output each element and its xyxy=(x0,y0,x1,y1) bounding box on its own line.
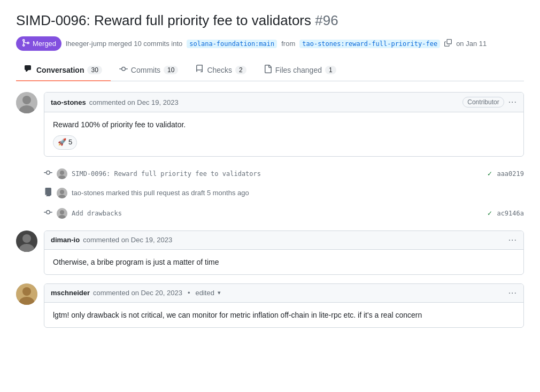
merged-badge: Merged xyxy=(16,36,61,51)
commit-sha-2[interactable]: ac9146a xyxy=(497,210,524,217)
merged-badge-label: Merged xyxy=(33,40,56,48)
commit-text-2[interactable]: Add drawbacks xyxy=(72,210,122,217)
title-text: SIMD-0096: Reward full priority fee to v… xyxy=(16,12,311,28)
commit-row-2: Add drawbacks ✓ ac9146a xyxy=(16,205,524,222)
comment-text-3: lgtm! only drawback is not critical, we … xyxy=(53,309,515,321)
more-options-btn-2[interactable]: ··· xyxy=(508,235,517,245)
page-title: SIMD-0096: Reward full priority fee to v… xyxy=(16,11,524,30)
comment-text-2: Otherwise, a bribe program is just a mat… xyxy=(53,256,515,268)
issue-number: #96 xyxy=(315,12,338,28)
comment-action-2: commented on Dec 19, 2023 xyxy=(83,236,172,244)
comment-header-1: tao-stones commented on Dec 19, 2023 Con… xyxy=(44,93,523,112)
comment-header-3: mschneider commented on Dec 20, 2023 • e… xyxy=(44,284,523,303)
commits-count: 10 xyxy=(164,66,178,74)
avatar-diman-io xyxy=(16,230,37,252)
conversation-count: 30 xyxy=(87,66,102,74)
content-area: tao-stones commented on Dec 19, 2023 Con… xyxy=(16,81,524,328)
merge-info: Merged lheeger-jump merged 10 commits in… xyxy=(16,36,524,51)
tab-files[interactable]: Files changed 1 xyxy=(255,59,345,81)
comment-item-1: tao-stones commented on Dec 19, 2023 Con… xyxy=(16,92,524,156)
tabs: Conversation 30 Commits 10 Checks 2 File… xyxy=(16,59,524,81)
merge-description: lheeger-jump merged 10 commits into xyxy=(66,40,182,48)
commit-text-1[interactable]: SIMD-0096: Reward full priority fee to v… xyxy=(72,170,261,178)
commits-icon xyxy=(119,65,128,75)
draft-event-text: tao-stones marked this pull request as d… xyxy=(72,189,249,197)
tab-commits[interactable]: Commits 10 xyxy=(111,59,187,81)
edited-label: edited xyxy=(195,289,214,297)
comment-body-3: lgtm! only drawback is not critical, we … xyxy=(44,303,523,327)
commit-check-2: ✓ xyxy=(487,210,492,217)
svg-point-7 xyxy=(60,190,64,194)
target-branch[interactable]: solana-foundation:main xyxy=(187,40,277,48)
files-count: 1 xyxy=(325,66,336,74)
avatar-draft-event xyxy=(57,188,67,198)
checks-count: 2 xyxy=(235,66,246,74)
svg-point-16 xyxy=(22,287,31,296)
comment-action-1: commented on Dec 19, 2023 xyxy=(89,98,179,106)
contributor-badge: Contributor xyxy=(462,97,504,107)
checks-label: Checks xyxy=(207,66,232,74)
source-branch[interactable]: tao-stones:reward-full-priority-fee xyxy=(299,40,440,48)
comment-body-2: Otherwise, a bribe program is just a mat… xyxy=(44,250,523,274)
svg-point-10 xyxy=(60,210,64,214)
username-diman-io[interactable]: diman-io xyxy=(51,236,80,244)
svg-point-13 xyxy=(22,234,31,243)
comment-action-3: commented on Dec 20, 2023 xyxy=(93,289,182,297)
svg-point-1 xyxy=(22,96,31,104)
files-icon xyxy=(264,65,272,75)
avatar-commit-2 xyxy=(57,208,67,219)
draft-event: tao-stones marked this pull request as d… xyxy=(16,185,524,205)
edited-dropdown-icon[interactable]: ▾ xyxy=(218,289,221,296)
conversation-icon xyxy=(25,65,33,75)
comment-header-right-3: ··· xyxy=(508,288,517,298)
reaction-1[interactable]: 🚀 5 xyxy=(53,135,77,150)
comment-item-2: diman-io commented on Dec 19, 2023 ··· O… xyxy=(16,230,524,275)
comment-box-2: diman-io commented on Dec 19, 2023 ··· O… xyxy=(44,230,524,275)
comment-header-right-1: Contributor ··· xyxy=(462,97,517,107)
comment-body-1: Reward 100% of priority fee to validator… xyxy=(44,112,523,156)
files-label: Files changed xyxy=(275,66,322,74)
commit-check-1: ✓ xyxy=(487,170,492,178)
commit-branch-icon-2 xyxy=(44,208,52,218)
comment-box-1: tao-stones commented on Dec 19, 2023 Con… xyxy=(44,92,524,156)
avatar-tao-stones xyxy=(16,92,37,113)
commit-row-1: SIMD-0096: Reward full priority fee to v… xyxy=(16,165,524,182)
svg-point-4 xyxy=(60,171,64,175)
commit-branch-icon-1 xyxy=(44,168,52,179)
comment-header-left-2: diman-io commented on Dec 19, 2023 xyxy=(51,236,172,244)
username-tao-stones[interactable]: tao-stones xyxy=(51,98,86,106)
comment-box-3: mschneider commented on Dec 20, 2023 • e… xyxy=(44,283,524,328)
comment-header-left-1: tao-stones commented on Dec 19, 2023 xyxy=(51,98,179,106)
avatar-mschneider xyxy=(16,283,37,305)
copy-icon[interactable] xyxy=(444,39,452,48)
tab-conversation[interactable]: Conversation 30 xyxy=(16,59,111,81)
comment-text-1: Reward 100% of priority fee to validator… xyxy=(53,119,515,130)
from-text: from xyxy=(281,40,295,48)
conversation-label: Conversation xyxy=(36,66,84,74)
username-mschneider[interactable]: mschneider xyxy=(51,289,90,297)
reaction-count-1: 5 xyxy=(68,137,72,148)
comment-header-left-3: mschneider commented on Dec 20, 2023 • e… xyxy=(51,289,221,297)
commits-label: Commits xyxy=(131,66,160,74)
commit-sha-1[interactable]: aaa0219 xyxy=(497,170,524,178)
avatar-commit-1 xyxy=(57,168,67,179)
draft-icon xyxy=(44,188,52,198)
comment-header-right-2: ··· xyxy=(508,235,517,245)
merge-date: on Jan 11 xyxy=(456,40,487,48)
comment-item-3: mschneider commented on Dec 20, 2023 • e… xyxy=(16,283,524,328)
comment-header-2: diman-io commented on Dec 19, 2023 ··· xyxy=(44,231,523,250)
tab-checks[interactable]: Checks 2 xyxy=(187,59,254,81)
more-options-btn-3[interactable]: ··· xyxy=(508,288,517,298)
checks-icon xyxy=(195,65,204,75)
merge-icon xyxy=(21,39,30,49)
reaction-emoji-1: 🚀 xyxy=(58,137,66,148)
more-options-btn-1[interactable]: ··· xyxy=(508,97,517,107)
